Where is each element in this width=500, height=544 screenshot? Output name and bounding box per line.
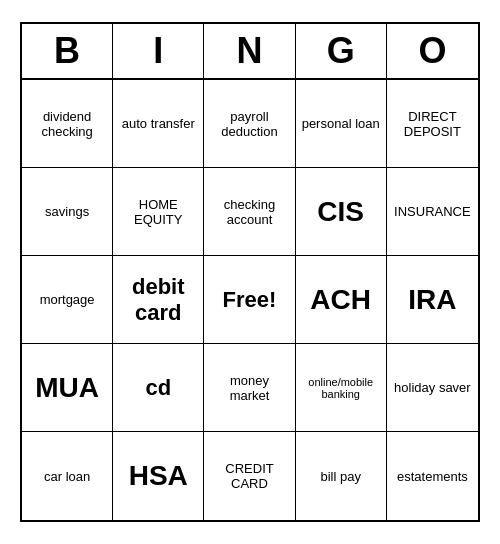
bingo-grid: dividend checkingauto transferpayroll de… (22, 80, 478, 520)
header-letter-i: I (113, 24, 204, 78)
bingo-cell-21: HSA (113, 432, 204, 520)
bingo-cell-20: car loan (22, 432, 113, 520)
bingo-cell-22: CREDIT CARD (204, 432, 295, 520)
bingo-cell-19: holiday saver (387, 344, 478, 432)
bingo-cell-0: dividend checking (22, 80, 113, 168)
bingo-cell-18: online/mobile banking (296, 344, 387, 432)
bingo-cell-11: debit card (113, 256, 204, 344)
bingo-header: BINGO (22, 24, 478, 80)
bingo-cell-5: savings (22, 168, 113, 256)
header-letter-n: N (204, 24, 295, 78)
bingo-cell-2: payroll deduction (204, 80, 295, 168)
bingo-cell-10: mortgage (22, 256, 113, 344)
bingo-cell-12: Free! (204, 256, 295, 344)
bingo-cell-9: INSURANCE (387, 168, 478, 256)
bingo-cell-7: checking account (204, 168, 295, 256)
header-letter-g: G (296, 24, 387, 78)
bingo-cell-6: HOME EQUITY (113, 168, 204, 256)
header-letter-o: O (387, 24, 478, 78)
header-letter-b: B (22, 24, 113, 78)
bingo-cell-13: ACH (296, 256, 387, 344)
bingo-cell-1: auto transfer (113, 80, 204, 168)
bingo-card: BINGO dividend checkingauto transferpayr… (20, 22, 480, 522)
bingo-cell-14: IRA (387, 256, 478, 344)
bingo-cell-4: DIRECT DEPOSIT (387, 80, 478, 168)
bingo-cell-15: MUA (22, 344, 113, 432)
bingo-cell-23: bill pay (296, 432, 387, 520)
bingo-cell-16: cd (113, 344, 204, 432)
bingo-cell-8: CIS (296, 168, 387, 256)
bingo-cell-3: personal loan (296, 80, 387, 168)
bingo-cell-17: money market (204, 344, 295, 432)
bingo-cell-24: estatements (387, 432, 478, 520)
